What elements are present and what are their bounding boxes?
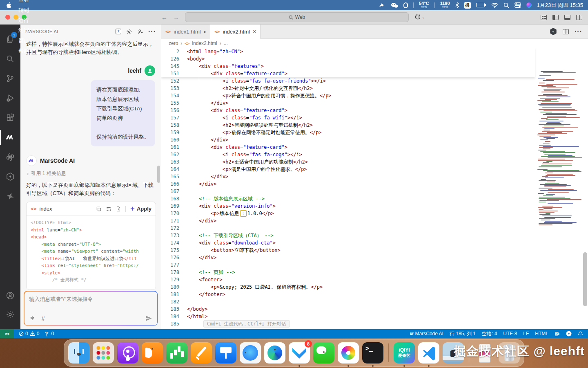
sidebar-scrollbar[interactable] xyxy=(157,166,160,183)
insert-code-icon[interactable] xyxy=(106,206,111,212)
split-editor-icon[interactable] xyxy=(563,29,569,34)
dock-books-icon[interactable] xyxy=(142,342,163,364)
minimap-line xyxy=(543,110,577,111)
ring-app-icon[interactable] xyxy=(403,2,408,8)
dock-wechat-icon[interactable] xyxy=(313,342,334,364)
code-line: 179<footer> xyxy=(161,276,588,283)
code-line: 181</footer> xyxy=(161,291,588,298)
hexagon-bolt-extension-icon[interactable] xyxy=(0,167,20,186)
menu-item[interactable]: 终端 xyxy=(15,26,36,36)
back-arrow-button[interactable]: ← xyxy=(161,14,167,21)
menu-item[interactable]: 查看 xyxy=(15,0,36,5)
python-extension-icon[interactable] xyxy=(0,147,20,167)
account-icon[interactable] xyxy=(0,286,20,305)
panel-gear-icon[interactable] xyxy=(126,29,132,35)
language-mode[interactable]: HTML xyxy=(535,331,548,337)
code-line: 175<button>立即下载</button> xyxy=(161,247,588,254)
breadcrumb[interactable]: zero› <> index2.html› ... xyxy=(161,39,588,48)
source-control-icon[interactable] xyxy=(0,69,20,88)
dock-finder-icon[interactable] xyxy=(68,342,89,364)
code-area[interactable]: 152<i class="fas fa-user-friends"></i>15… xyxy=(161,48,588,329)
minimap-line xyxy=(547,174,573,175)
settings-gear-icon[interactable] xyxy=(0,305,20,324)
code-lines: 152<i class="fas fa-user-friends"></i>15… xyxy=(161,77,588,329)
toggle-secondary-sidebar-icon[interactable] xyxy=(576,15,582,20)
dock-keynote-icon[interactable] xyxy=(215,342,236,364)
battery-icon[interactable]: ⌁ xyxy=(476,3,486,7)
new-chat-icon[interactable] xyxy=(116,29,121,34)
dock-mail-icon[interactable]: 8 xyxy=(289,342,310,364)
shuriken-extension-icon[interactable] xyxy=(0,186,20,206)
dock-terminal-icon[interactable] xyxy=(362,342,383,364)
bird-icon[interactable] xyxy=(378,2,385,8)
menu-item[interactable]: 窗口 xyxy=(15,36,36,46)
slash-command-icon[interactable] xyxy=(29,315,35,321)
spotlight-search-icon[interactable] xyxy=(503,2,509,8)
marscode-status-item[interactable]: ᴍMarsCode AI xyxy=(410,331,443,337)
send-message-icon[interactable] xyxy=(145,315,152,322)
dock-photos-icon[interactable] xyxy=(338,342,359,364)
siri-icon[interactable] xyxy=(526,2,532,8)
minimap-line xyxy=(542,176,548,177)
minimap[interactable] xyxy=(537,71,582,227)
menu-item[interactable]: 运行 xyxy=(15,16,36,26)
tab-index1[interactable]: <> index1.html ● xyxy=(161,25,210,39)
wifi-icon[interactable] xyxy=(491,2,498,8)
run-debug-icon[interactable] xyxy=(0,88,20,108)
encoding-setting[interactable]: UTF-8 xyxy=(503,331,517,337)
forward-arrow-button[interactable]: → xyxy=(173,14,179,21)
copilot-menu[interactable]: ⌄ xyxy=(414,14,425,20)
editor-more-actions-icon[interactable]: ··· xyxy=(575,28,582,35)
problems-indicator[interactable]: 0 0 xyxy=(19,331,39,337)
tab-index2[interactable]: <> index2.html × xyxy=(210,25,261,39)
prettier-icon[interactable] xyxy=(555,331,560,337)
close-window-button[interactable] xyxy=(5,15,10,20)
toggle-primary-sidebar-icon[interactable] xyxy=(552,15,559,20)
command-center-search[interactable]: Web xyxy=(185,12,409,22)
reference-toggle[interactable]: › 引用 1 相关信息 xyxy=(27,170,156,177)
sync-circle-icon[interactable] xyxy=(566,331,572,337)
menu-item[interactable]: 转到 xyxy=(15,5,36,16)
temperature-stat[interactable]: 54°CSEN xyxy=(419,1,429,9)
context-hash-icon[interactable]: # xyxy=(42,315,45,322)
codegeex-hexagon-icon[interactable]: ⌁ xyxy=(550,28,557,35)
menubar-datetime[interactable]: 1月23日 周四 15:35 xyxy=(537,2,583,9)
dock-podcasts-icon[interactable] xyxy=(117,342,138,364)
dock-safari-icon[interactable] xyxy=(240,342,261,364)
more-actions-icon[interactable]: ··· xyxy=(148,28,156,35)
fan-rpm-stat[interactable]: 1190RPM xyxy=(440,1,450,9)
ports-indicator[interactable]: 0 xyxy=(44,331,54,337)
bluetooth-icon[interactable] xyxy=(455,2,459,8)
new-file-icon[interactable] xyxy=(116,206,121,212)
copy-code-icon[interactable] xyxy=(96,206,102,212)
notifications-bell-icon[interactable] xyxy=(578,331,583,337)
dock-pages-icon[interactable] xyxy=(191,342,212,364)
dock-launchpad-icon[interactable] xyxy=(93,342,114,364)
marscode-ai-icon[interactable] xyxy=(0,128,20,147)
apply-code-button[interactable]: Apply xyxy=(130,206,151,212)
dock-edge-icon[interactable] xyxy=(264,342,285,364)
toggle-panel-icon[interactable] xyxy=(564,15,570,20)
customize-layout-icon[interactable] xyxy=(541,15,547,20)
chat-input[interactable]: 输入消息或者"/"来选择指令 # xyxy=(24,292,157,325)
cursor-position[interactable]: 行 185, 列 1 xyxy=(450,330,476,337)
eol-setting[interactable]: LF xyxy=(523,331,529,337)
dock-numbers-icon[interactable] xyxy=(166,342,187,364)
modified-dot-icon[interactable]: ● xyxy=(204,30,206,34)
control-center-icon[interactable] xyxy=(514,2,521,8)
close-tab-icon[interactable]: × xyxy=(253,28,256,35)
input-method-icon[interactable]: 拼 xyxy=(464,2,471,9)
remote-indicator[interactable]: >< xyxy=(0,329,14,338)
dock-iqiyi-icon[interactable]: iQIYI 爱奇艺 xyxy=(394,342,415,364)
wechat-menubar-icon[interactable] xyxy=(391,2,398,8)
editor-scrollbar[interactable] xyxy=(583,252,587,306)
apple-logo-icon[interactable] xyxy=(6,2,11,9)
menu-item[interactable]: 帮助 xyxy=(15,46,36,56)
profile-share-icon[interactable] xyxy=(137,29,143,35)
indentation-setting[interactable]: 空格: 4 xyxy=(482,330,497,337)
extensions-icon[interactable] xyxy=(0,108,20,128)
dock-vscode-icon[interactable] xyxy=(418,342,439,364)
minimap-line xyxy=(546,79,575,80)
minimap-line xyxy=(541,220,551,220)
minimap-line xyxy=(541,103,572,104)
